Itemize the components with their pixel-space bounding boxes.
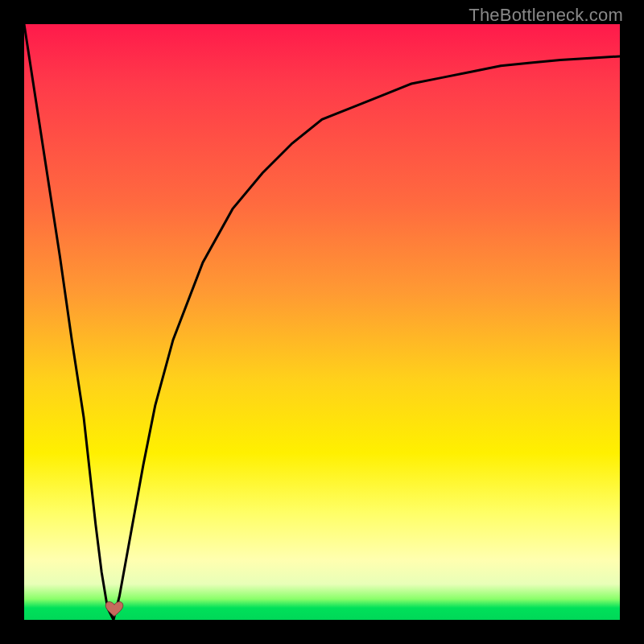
chart-stage: TheBottleneck.com (0, 0, 644, 644)
curve-path (24, 24, 620, 620)
watermark-text: TheBottleneck.com (469, 5, 623, 26)
plot-area (24, 24, 620, 620)
bottleneck-curve (24, 24, 620, 620)
